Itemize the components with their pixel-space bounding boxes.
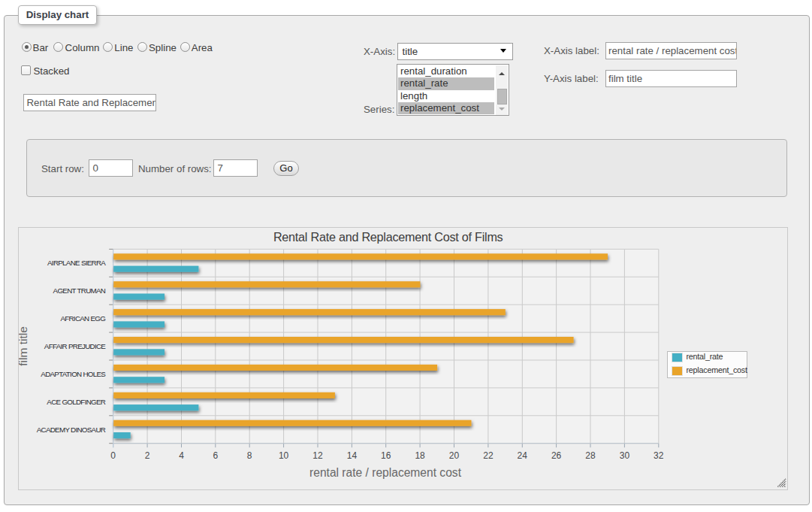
svg-text:18: 18 [415, 450, 425, 461]
svg-text:AFFAIR PREJUDICE: AFFAIR PREJUDICE [44, 342, 107, 350]
svg-text:26: 26 [551, 450, 562, 461]
svg-text:ACE GOLDFINGER: ACE GOLDFINGER [47, 398, 105, 406]
svg-text:rental_rate: rental_rate [687, 352, 723, 361]
svg-text:10: 10 [279, 450, 289, 461]
svg-text:28: 28 [585, 450, 596, 461]
svg-text:film title: film title [19, 326, 29, 366]
svg-text:2: 2 [145, 450, 150, 461]
svg-text:0: 0 [110, 450, 116, 461]
svg-text:AFRICAN EGG: AFRICAN EGG [60, 314, 105, 323]
svg-text:ADAPTATION HOLES: ADAPTATION HOLES [41, 370, 106, 378]
svg-text:30: 30 [620, 450, 630, 461]
svg-text:replacement_cost: replacement_cost [687, 365, 747, 374]
svg-text:16: 16 [381, 450, 391, 461]
svg-text:32: 32 [654, 450, 664, 461]
svg-text:20: 20 [449, 450, 460, 461]
svg-text:6: 6 [213, 450, 218, 461]
svg-text:14: 14 [347, 450, 358, 461]
svg-text:24: 24 [518, 450, 528, 461]
svg-text:12: 12 [312, 450, 323, 461]
svg-text:8: 8 [247, 450, 252, 461]
svg-text:22: 22 [483, 450, 494, 461]
svg-text:ACADEMY DINOSAUR: ACADEMY DINOSAUR [37, 426, 106, 434]
svg-text:4: 4 [179, 450, 184, 461]
svg-text:rental rate / replacement cost: rental rate / replacement cost [309, 466, 462, 479]
svg-text:AGENT TRUMAN: AGENT TRUMAN [53, 286, 106, 295]
svg-text:AIRPLANE SIERRA: AIRPLANE SIERRA [47, 259, 106, 267]
svg-text:Rental Rate and Replacement Co: Rental Rate and Replacement Cost of Film… [273, 230, 503, 244]
